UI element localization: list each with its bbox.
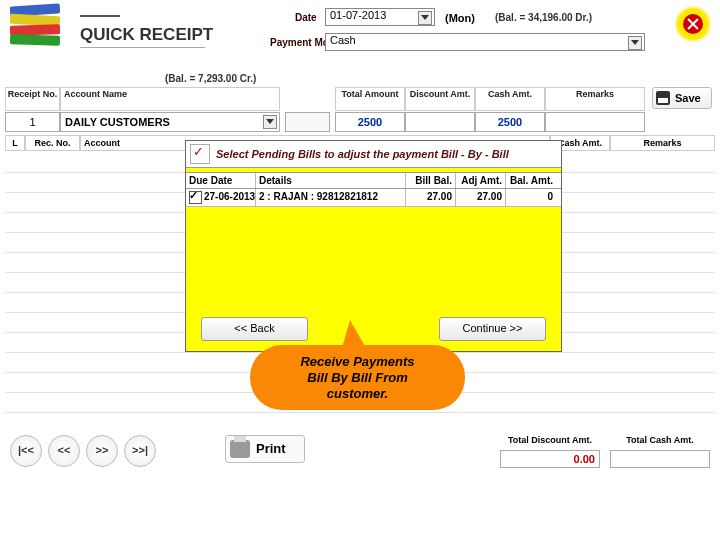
- paymode-input[interactable]: Cash: [325, 33, 645, 51]
- dcol-remarks: Remarks: [610, 135, 715, 151]
- save-icon: [656, 91, 670, 105]
- cash-amt-input[interactable]: 2500: [475, 112, 545, 132]
- total-cash-label: Total Cash Amt.: [610, 435, 710, 445]
- print-button[interactable]: Print: [225, 435, 305, 463]
- row-checkbox[interactable]: [189, 191, 202, 204]
- date-input[interactable]: 01-07-2013: [325, 8, 435, 26]
- books-icon: [10, 5, 65, 50]
- popup-column-headers: Due Date Details Bill Bal. Adj Amt. Bal.…: [186, 172, 561, 189]
- total-amount-input[interactable]: 2500: [335, 112, 405, 132]
- receipt-no-input[interactable]: 1: [5, 112, 60, 132]
- col-cash-amt: Cash Amt.: [475, 87, 545, 111]
- day-label: (Mon): [445, 12, 475, 24]
- paymode-value: Cash: [330, 34, 356, 46]
- col-receipt-no: Receipt No.: [5, 87, 60, 111]
- close-icon: [683, 14, 703, 34]
- col-discount-amt: Discount Amt.: [405, 87, 475, 111]
- discount-amt-input[interactable]: [405, 112, 475, 132]
- total-cash-value: [610, 450, 710, 468]
- balance-top: (Bal. = 34,196.00 Dr.): [495, 12, 592, 23]
- nav-last[interactable]: >>|: [124, 435, 156, 467]
- checklist-icon: [190, 144, 210, 164]
- popup-title: Select Pending Bills to adjust the payme…: [216, 148, 509, 160]
- callout-bubble: Receive PaymentsBill By Bill Fromcustome…: [250, 345, 465, 410]
- date-label: Date: [295, 12, 317, 23]
- continue-button[interactable]: Continue >>: [439, 317, 546, 341]
- col-remarks: Remarks: [545, 87, 645, 111]
- chevron-down-icon[interactable]: [263, 115, 277, 129]
- dcol-l: L: [5, 135, 25, 151]
- total-discount-value: 0.00: [500, 450, 600, 468]
- pending-bills-popup: Select Pending Bills to adjust the payme…: [185, 140, 562, 352]
- callout-text: Receive PaymentsBill By Bill Fromcustome…: [300, 354, 414, 402]
- chevron-down-icon[interactable]: [628, 36, 642, 50]
- total-discount-label: Total Discount Amt.: [500, 435, 600, 445]
- account-name-input[interactable]: DAILY CUSTOMERS: [60, 112, 280, 132]
- col-account-name: Account Name: [60, 87, 280, 111]
- nav-next[interactable]: >>: [86, 435, 118, 467]
- page-title: QUICK RECEIPT: [80, 25, 213, 45]
- balance-row: (Bal. = 7,293.00 Cr.): [165, 73, 256, 84]
- date-value: 01-07-2013: [330, 9, 386, 21]
- close-button[interactable]: [674, 5, 712, 43]
- dcol-recno: Rec. No.: [25, 135, 80, 151]
- nav-prev[interactable]: <<: [48, 435, 80, 467]
- detail-button[interactable]: [285, 112, 330, 132]
- remarks-input[interactable]: [545, 112, 645, 132]
- printer-icon: [230, 440, 250, 458]
- chevron-down-icon[interactable]: [418, 11, 432, 25]
- nav-first[interactable]: |<<: [10, 435, 42, 467]
- back-button[interactable]: << Back: [201, 317, 308, 341]
- save-button[interactable]: Save: [652, 87, 712, 109]
- col-total-amount: Total Amount: [335, 87, 405, 111]
- popup-row[interactable]: 27-06-2013 2 : RAJAN : 92812821812 27.00…: [186, 189, 561, 207]
